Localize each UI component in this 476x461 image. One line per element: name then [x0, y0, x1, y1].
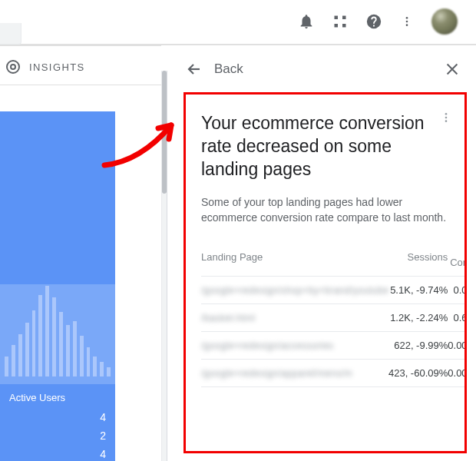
cell-sessions: 1.2K, -2.24% — [388, 304, 448, 332]
back-button[interactable] — [185, 60, 203, 78]
table-row: /google+redesign/apparel/mens/m423, -60.… — [201, 360, 467, 387]
help-icon[interactable] — [365, 13, 382, 30]
bar — [38, 295, 42, 376]
svg-rect-1 — [335, 24, 339, 28]
svg-point-9 — [445, 120, 448, 122]
cell-landing-page: /google+redesign/apparel/mens/m — [201, 360, 388, 387]
cell-sessions: 5.1K, -9.74% — [388, 277, 448, 304]
bar — [80, 336, 84, 376]
svg-point-7 — [445, 113, 448, 115]
scrollbar-track — [161, 71, 167, 461]
cell-rate: 0.06%, -52.52% — [448, 277, 467, 304]
bar — [59, 312, 63, 376]
bar — [100, 362, 104, 376]
insights-icon — [6, 60, 20, 74]
cell-landing-page: /google+redesign/shop+by+brand/youtube — [201, 277, 388, 304]
panel-header: Back — [179, 52, 473, 92]
cell-rate: 0.00%, -100.00% — [448, 360, 467, 387]
insight-description: Some of your top landing pages had lower… — [201, 194, 449, 225]
avatar[interactable] — [431, 8, 458, 35]
bar — [52, 297, 56, 376]
active-users-value: 4 — [9, 408, 106, 426]
bars-chart — [0, 284, 115, 384]
card-menu-button[interactable] — [440, 111, 452, 127]
cell-landing-page: /google+redesign/accessories — [201, 332, 388, 360]
bar — [45, 286, 49, 376]
bar — [18, 334, 22, 376]
chart-block — [0, 111, 115, 284]
cell-landing-page: /basket.html — [201, 304, 388, 332]
active-users-value: 4 — [9, 445, 106, 461]
table-row: /google+redesign/shop+by+brand/youtube5.… — [201, 277, 467, 304]
bar — [93, 357, 97, 376]
back-label: Back — [214, 61, 444, 77]
scrollbar-thumb[interactable] — [162, 71, 167, 194]
cell-sessions: 423, -60.09% — [388, 360, 448, 387]
insight-table: Landing Page Sessions Ecommerce Conversi… — [201, 239, 467, 387]
active-users-label: Active Users — [9, 392, 106, 403]
bar — [5, 357, 8, 376]
bar — [32, 310, 36, 376]
active-users-block: Active Users 4 2 4 — [0, 384, 115, 461]
active-users-value: 2 — [9, 426, 106, 445]
svg-rect-2 — [342, 16, 346, 20]
table-row: /google+redesign/accessories622, -9.99%0… — [201, 332, 467, 360]
bar — [107, 367, 111, 376]
insight-card: Your ecommerce conversion rate decreased… — [183, 92, 467, 453]
tab-label: INSIGHTS — [29, 61, 85, 73]
close-button[interactable] — [444, 61, 461, 78]
topbar — [0, 0, 476, 43]
cell-sessions: 622, -9.99% — [388, 332, 448, 360]
svg-point-5 — [406, 21, 408, 23]
insight-title: Your ecommerce conversion rate decreased… — [201, 111, 449, 181]
bar — [87, 347, 91, 376]
insight-panel: Back Your ecommerce conversion rate decr… — [179, 52, 473, 461]
kebab-icon[interactable] — [401, 13, 413, 30]
svg-rect-0 — [335, 16, 339, 20]
bar — [73, 321, 77, 376]
svg-point-8 — [445, 117, 448, 119]
table-row: /basket.html1.2K, -2.24%0.65%, -25.61% — [201, 304, 467, 332]
apps-icon[interactable] — [333, 15, 347, 28]
svg-point-6 — [406, 24, 408, 26]
cell-rate: 0.65%, -25.61% — [448, 304, 467, 332]
cell-rate: 0.00%, -100.00% — [448, 332, 467, 360]
col-rate: Ecommerce Conversion Rate — [448, 239, 467, 277]
tab-insights[interactable]: INSIGHTS — [0, 46, 161, 85]
svg-rect-3 — [342, 24, 346, 28]
svg-point-4 — [406, 17, 408, 19]
bar — [12, 345, 15, 376]
col-sessions: Sessions — [388, 239, 448, 277]
bell-icon[interactable] — [298, 13, 315, 30]
bar — [66, 325, 70, 376]
col-landing-page: Landing Page — [201, 239, 388, 277]
bar — [25, 323, 29, 376]
